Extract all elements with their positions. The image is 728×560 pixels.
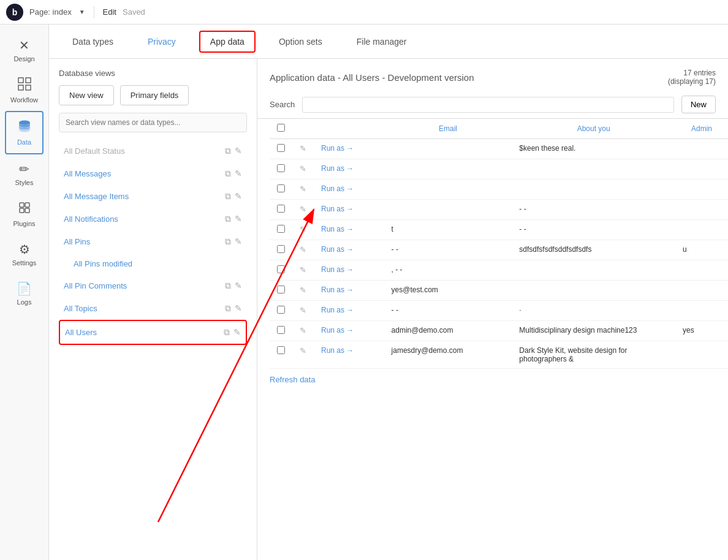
row-edit-icon[interactable]: ✎ bbox=[292, 200, 314, 220]
row-admin bbox=[675, 200, 728, 220]
edit-icon[interactable]: ✎ bbox=[235, 191, 242, 202]
row-run-as[interactable]: Run as → bbox=[314, 281, 384, 301]
sidebar-item-settings[interactable]: ⚙ Settings bbox=[0, 235, 48, 274]
row-about: sdfsdfsfsdfsddfsdfsdfs bbox=[512, 240, 675, 260]
row-edit-icon[interactable]: ✎ bbox=[292, 321, 314, 341]
row-edit-icon[interactable]: ✎ bbox=[292, 281, 314, 301]
sidebar-item-plugins[interactable]: Plugins bbox=[0, 194, 48, 235]
tab-app-data[interactable]: App data bbox=[199, 31, 256, 53]
sidebar-item-data[interactable]: Data bbox=[5, 111, 44, 154]
edit-icon[interactable]: ✎ bbox=[235, 168, 242, 179]
row-checkbox[interactable] bbox=[270, 180, 292, 200]
edit-icon[interactable]: ✎ bbox=[235, 146, 242, 156]
row-checkbox[interactable] bbox=[270, 301, 292, 321]
copy-icon[interactable]: ⧉ bbox=[225, 191, 231, 202]
row-select-checkbox[interactable] bbox=[277, 265, 285, 273]
row-run-as[interactable]: Run as → bbox=[314, 220, 384, 240]
view-item-all-messages[interactable]: All Messages ⧉ ✎ bbox=[59, 162, 247, 185]
edit-icon[interactable]: ✎ bbox=[235, 236, 242, 247]
sidebar-item-logs[interactable]: 📄 Logs bbox=[0, 274, 48, 313]
row-select-checkbox[interactable] bbox=[277, 205, 285, 213]
row-select-checkbox[interactable] bbox=[277, 326, 285, 334]
row-checkbox[interactable] bbox=[270, 159, 292, 180]
view-item-all-default-status[interactable]: All Default Status ⧉ ✎ bbox=[59, 140, 247, 162]
row-run-as[interactable]: Run as → bbox=[314, 240, 384, 260]
row-edit-icon[interactable]: ✎ bbox=[292, 240, 314, 260]
row-run-as[interactable]: Run as → bbox=[314, 321, 384, 341]
sidebar-item-workflow[interactable]: Workflow bbox=[0, 70, 48, 111]
row-select-checkbox[interactable] bbox=[277, 306, 285, 314]
edit-icon[interactable]: ✎ bbox=[235, 303, 242, 314]
header-checkbox[interactable] bbox=[270, 119, 292, 139]
edit-icon[interactable]: ✎ bbox=[235, 214, 242, 224]
row-checkbox[interactable] bbox=[270, 240, 292, 260]
row-edit-icon[interactable]: ✎ bbox=[292, 301, 314, 321]
row-run-as[interactable]: Run as → bbox=[314, 301, 384, 321]
row-run-as[interactable]: Run as → bbox=[314, 200, 384, 220]
row-select-checkbox[interactable] bbox=[277, 286, 285, 293]
row-run-as[interactable]: Run as → bbox=[314, 260, 384, 281]
page-dropdown-arrow[interactable]: ▼ bbox=[79, 9, 85, 15]
row-select-checkbox[interactable] bbox=[277, 245, 285, 253]
tab-file-manager[interactable]: File manager bbox=[346, 31, 418, 53]
row-checkbox[interactable] bbox=[270, 139, 292, 159]
sidebar-item-styles[interactable]: ✏ Styles bbox=[0, 154, 48, 194]
row-run-as[interactable]: Run as → bbox=[314, 139, 384, 159]
edit-icon[interactable]: ✎ bbox=[233, 327, 241, 338]
view-label: All Messages bbox=[64, 169, 111, 178]
row-run-as[interactable]: Run as → bbox=[314, 159, 384, 180]
row-run-as[interactable]: Run as → bbox=[314, 341, 384, 369]
edit-button[interactable]: Edit bbox=[103, 7, 116, 17]
view-item-all-notifications[interactable]: All Notifications ⧉ ✎ bbox=[59, 208, 247, 230]
row-select-checkbox[interactable] bbox=[277, 225, 285, 233]
row-checkbox[interactable] bbox=[270, 220, 292, 240]
view-item-all-topics[interactable]: All Topics ⧉ ✎ bbox=[59, 297, 247, 320]
view-item-all-pins-modified[interactable]: All Pins modified bbox=[59, 253, 247, 274]
row-select-checkbox[interactable] bbox=[277, 144, 285, 152]
row-checkbox[interactable] bbox=[270, 260, 292, 281]
view-item-all-message-items[interactable]: All Message Items ⧉ ✎ bbox=[59, 185, 247, 208]
view-item-all-pin-comments[interactable]: All Pin Comments ⧉ ✎ bbox=[59, 274, 247, 297]
header-email[interactable]: Email bbox=[384, 119, 512, 139]
tab-option-sets[interactable]: Option sets bbox=[268, 31, 333, 53]
header-about[interactable]: About you bbox=[512, 119, 675, 139]
row-checkbox[interactable] bbox=[270, 200, 292, 220]
edit-icon[interactable]: ✎ bbox=[235, 281, 242, 291]
row-run-as[interactable]: Run as → bbox=[314, 180, 384, 200]
row-checkbox[interactable] bbox=[270, 321, 292, 341]
new-view-button[interactable]: New view bbox=[59, 85, 114, 105]
sidebar-item-design[interactable]: ✕ Design bbox=[0, 31, 48, 70]
copy-icon[interactable]: ⧉ bbox=[225, 281, 231, 291]
copy-icon[interactable]: ⧉ bbox=[225, 214, 231, 224]
row-edit-icon[interactable]: ✎ bbox=[292, 159, 314, 180]
row-admin: yes bbox=[675, 321, 728, 341]
row-edit-icon[interactable]: ✎ bbox=[292, 220, 314, 240]
data-table-container[interactable]: Email About you Admin ✎ Run as → $keen t… bbox=[257, 119, 728, 560]
view-item-all-users[interactable]: All Users ⧉ ✎ bbox=[59, 320, 247, 345]
new-entry-button[interactable]: New bbox=[681, 96, 716, 113]
search-views-input[interactable] bbox=[59, 113, 247, 132]
copy-icon[interactable]: ⧉ bbox=[225, 146, 231, 156]
row-email bbox=[384, 200, 512, 220]
row-edit-icon[interactable]: ✎ bbox=[292, 139, 314, 159]
copy-icon[interactable]: ⧉ bbox=[225, 303, 231, 314]
view-item-all-pins[interactable]: All Pins ⧉ ✎ bbox=[59, 230, 247, 253]
copy-icon[interactable]: ⧉ bbox=[224, 327, 230, 338]
search-input[interactable] bbox=[302, 97, 674, 113]
row-checkbox[interactable] bbox=[270, 281, 292, 301]
row-edit-icon[interactable]: ✎ bbox=[292, 260, 314, 281]
row-select-checkbox[interactable] bbox=[277, 346, 285, 354]
copy-icon[interactable]: ⧉ bbox=[225, 168, 231, 179]
header-admin[interactable]: Admin bbox=[675, 119, 728, 139]
refresh-data-link[interactable]: Refresh data bbox=[270, 369, 728, 390]
row-edit-icon[interactable]: ✎ bbox=[292, 180, 314, 200]
copy-icon[interactable]: ⧉ bbox=[225, 236, 231, 247]
tab-privacy[interactable]: Privacy bbox=[137, 31, 187, 53]
row-select-checkbox[interactable] bbox=[277, 184, 285, 192]
row-checkbox[interactable] bbox=[270, 341, 292, 369]
primary-fields-button[interactable]: Primary fields bbox=[120, 85, 189, 105]
select-all-checkbox[interactable] bbox=[277, 124, 285, 132]
row-select-checkbox[interactable] bbox=[277, 164, 285, 172]
tab-data-types[interactable]: Data types bbox=[61, 31, 124, 53]
row-edit-icon[interactable]: ✎ bbox=[292, 341, 314, 369]
